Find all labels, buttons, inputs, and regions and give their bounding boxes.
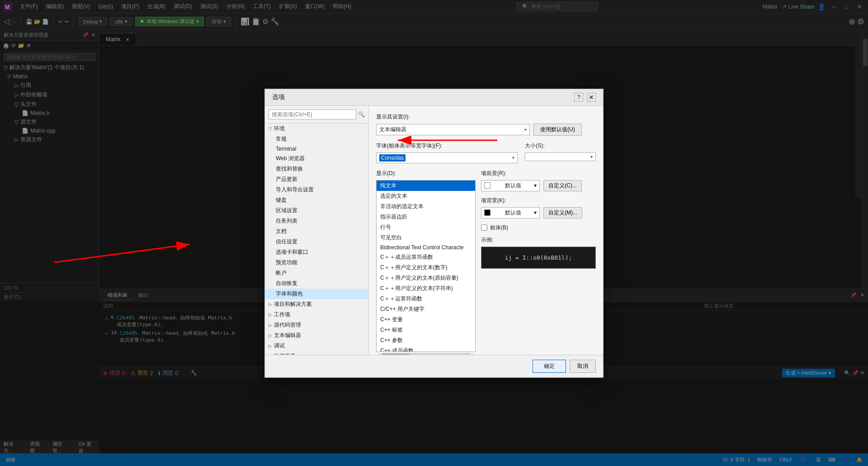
- bold-checkbox[interactable]: [481, 224, 487, 231]
- fg-swatch: [484, 182, 491, 189]
- tree-node-sourcectl[interactable]: ▷ 源代码管理: [265, 320, 368, 330]
- font-label: 字体(粗体表示等宽字体)(F):: [376, 142, 518, 150]
- custom-fg-button[interactable]: 自定义(C)...: [543, 180, 582, 191]
- show-settings-combo[interactable]: 文本编辑器 ▾: [376, 124, 530, 135]
- tree-node-projects[interactable]: ▷ 项目和解决方案: [265, 299, 368, 309]
- preview-label: 示例:: [481, 236, 596, 244]
- display-item-4[interactable]: 行号: [377, 222, 475, 233]
- color-options-section: 项前景(R): 默认值 ▾ 自定义(C)...: [481, 170, 596, 355]
- display-item-7[interactable]: C＋＋成员运算符函数: [377, 252, 475, 262]
- foreground-section: 项前景(R): 默认值 ▾ 自定义(C)...: [481, 170, 596, 191]
- size-combo[interactable]: ▾: [525, 152, 596, 161]
- font-value: Consolas: [379, 154, 406, 162]
- tree-node-tabs[interactable]: 选项卡和窗口: [265, 247, 368, 257]
- dialog-help-button[interactable]: ?: [574, 93, 583, 102]
- foreground-row: 默认值 ▾ 自定义(C)...: [481, 180, 596, 191]
- display-item-16[interactable]: C++ 成员函数: [377, 346, 475, 352]
- debug-expand-icon: ▷: [269, 343, 272, 348]
- custom-bg-button[interactable]: 自定义(M)...: [543, 207, 582, 219]
- display-item-13[interactable]: C++ 变量: [377, 314, 475, 325]
- display-color-section: 显示(D): 纯文本 选定的文本 非活动的选定文本 指示器边距 行号 可见空白 …: [376, 170, 596, 355]
- tree-node-autorecover[interactable]: 自动恢复: [265, 278, 368, 289]
- tree-node-keyboard[interactable]: 键盘: [265, 195, 368, 205]
- ok-button[interactable]: 确定: [533, 360, 566, 373]
- preview-section: 示例: ij = I::o0(0xB81l);: [481, 236, 596, 269]
- debug-label: 调试: [274, 342, 285, 350]
- dialog-overlay: 选项 ? ✕ 🔍 ▽ 环境 常规 Terminal We: [0, 0, 868, 466]
- background-row: 默认值 ▾ 自定义(M)...: [481, 207, 596, 219]
- display-item-6[interactable]: Bidirectional Text Control Characte: [377, 243, 475, 252]
- tree-node-trust[interactable]: 信任设置: [265, 237, 368, 247]
- findreplace-label: 查找和替换: [276, 165, 303, 173]
- svg-line-4: [54, 244, 190, 262]
- font-combo[interactable]: Consolas ▾: [376, 152, 518, 163]
- show-settings-row: 文本编辑器 ▾ 使用默认值(U): [376, 124, 596, 136]
- tree-node-env[interactable]: ▽ 环境: [265, 124, 368, 134]
- perf-label: 性能工具: [274, 352, 296, 355]
- tree-node-importsettings[interactable]: 导入和导出设置: [265, 185, 368, 195]
- display-item-14[interactable]: C++ 标签: [377, 325, 475, 335]
- display-item-15[interactable]: C++ 参数: [377, 335, 475, 346]
- display-item-3[interactable]: 指示器边距: [377, 212, 475, 222]
- tree-node-webbrowser[interactable]: Web 浏览器: [265, 153, 368, 164]
- sourcectl-label: 源代码管理: [274, 321, 301, 329]
- productupdate-label: 产品更新: [276, 176, 297, 183]
- tree-node-preview[interactable]: 预览功能: [265, 257, 368, 268]
- cancel-button[interactable]: 取消: [570, 360, 596, 373]
- tasklist-label: 任务列表: [276, 217, 297, 225]
- tree-node-locale[interactable]: 区域设置: [265, 205, 368, 216]
- options-dialog: 选项 ? ✕ 🔍 ▽ 环境 常规 Terminal We: [264, 89, 604, 378]
- tree-node-productupdate[interactable]: 产品更新: [265, 174, 368, 185]
- show-settings-arrow-icon: ▾: [524, 127, 527, 132]
- background-label: 项背景(K):: [481, 197, 596, 204]
- env-expand-icon: ▽: [269, 126, 272, 131]
- dialog-controls: ? ✕: [574, 93, 596, 102]
- background-combo[interactable]: 默认值 ▾: [481, 207, 540, 219]
- dialog-close-button[interactable]: ✕: [587, 93, 596, 102]
- scroll-left-icon[interactable]: ◁: [376, 353, 380, 355]
- display-item-5[interactable]: 可见空白: [377, 233, 475, 243]
- dialog-footer: 确定 取消: [265, 355, 603, 377]
- tree-node-documents[interactable]: 文档: [265, 226, 368, 237]
- hscroll-track[interactable]: [382, 353, 470, 355]
- projects-expand-icon: ▷: [269, 302, 272, 307]
- preview-code: ij = I::o0(0xB81l);: [505, 254, 572, 261]
- dialog-search-input[interactable]: [269, 109, 356, 119]
- bold-row: 粗体(B): [481, 224, 596, 232]
- tree-node-perf[interactable]: ▷ 性能工具: [265, 351, 368, 355]
- dialog-body: 🔍 ▽ 环境 常规 Terminal Web 浏览器 查找和替换 产品更新 导入…: [265, 106, 603, 355]
- display-item-10[interactable]: C＋＋用户定义的文本(字符串): [377, 283, 475, 294]
- tree-node-findreplace[interactable]: 查找和替换: [265, 164, 368, 174]
- hscroll-thumb[interactable]: [382, 354, 409, 355]
- tree-node-debug[interactable]: ▷ 调试: [265, 341, 368, 351]
- display-item-1[interactable]: 选定的文本: [377, 191, 475, 201]
- workitems-expand-icon: ▷: [269, 312, 272, 317]
- display-item-0[interactable]: 纯文本: [377, 181, 475, 191]
- display-list[interactable]: 纯文本 选定的文本 非活动的选定文本 指示器边距 行号 可见空白 Bidirec…: [376, 180, 476, 352]
- tree-node-account[interactable]: 帐户: [265, 268, 368, 278]
- terminal-label: Terminal: [276, 146, 296, 152]
- dialog-titlebar: 选项 ? ✕: [265, 89, 603, 106]
- sourcectl-expand-icon: ▷: [269, 323, 272, 328]
- size-arrow-icon: ▾: [590, 154, 593, 159]
- tree-node-general[interactable]: 常规: [265, 134, 368, 144]
- use-default-button[interactable]: 使用默认值(U): [533, 124, 582, 136]
- display-item-2[interactable]: 非活动的选定文本: [377, 201, 475, 212]
- foreground-combo[interactable]: 默认值 ▾: [481, 180, 540, 191]
- tree-node-terminal[interactable]: Terminal: [265, 144, 368, 153]
- locale-label: 区域设置: [276, 207, 297, 214]
- scroll-right-icon[interactable]: ▷: [472, 353, 476, 355]
- tree-node-workitems[interactable]: ▷ 工作项: [265, 309, 368, 320]
- workitems-label: 工作项: [274, 311, 290, 319]
- display-item-8[interactable]: C＋＋用户定义的文本(数字): [377, 262, 475, 273]
- keyboard-node-label: 键盘: [276, 196, 287, 204]
- display-item-9[interactable]: C＋＋用户定义的文本(原始容量): [377, 273, 475, 283]
- tree-node-tasklist[interactable]: 任务列表: [265, 216, 368, 226]
- display-item-11[interactable]: C＋＋运算符函数: [377, 294, 475, 304]
- preview-node-label: 预览功能: [276, 259, 297, 266]
- tree-node-texteditor[interactable]: ▷ 文本编辑器: [265, 330, 368, 341]
- display-item-12[interactable]: C/C++ 用户关键字: [377, 304, 475, 314]
- tree-node-fontcolor[interactable]: 字体和颜色: [265, 289, 368, 299]
- env-label: 环境: [274, 125, 285, 133]
- texteditor-label: 文本编辑器: [274, 332, 301, 339]
